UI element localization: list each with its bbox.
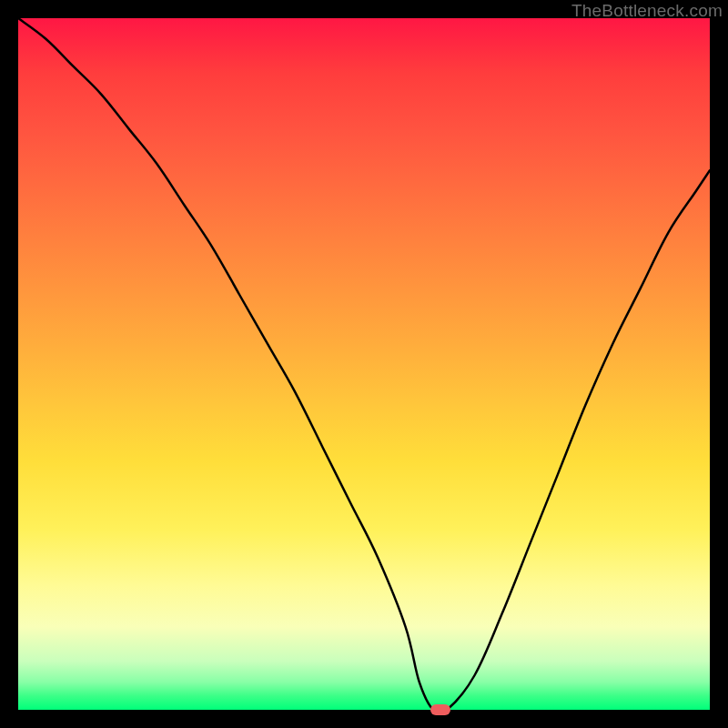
attribution-text: TheBottleneck.com (571, 1, 723, 21)
optimum-marker (430, 704, 450, 715)
bottleneck-curve (18, 18, 710, 710)
chart-frame: TheBottleneck.com (0, 0, 728, 728)
plot-area (18, 18, 710, 710)
